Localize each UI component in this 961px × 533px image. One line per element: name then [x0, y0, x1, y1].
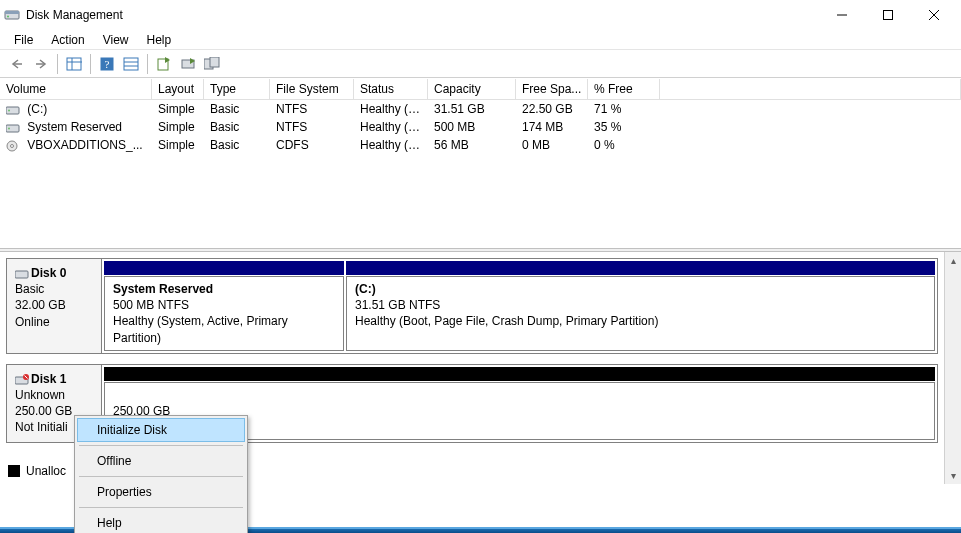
volume-free: 22.50 GB — [516, 101, 588, 117]
toolbar-separator — [57, 54, 58, 74]
partition-header-strip — [346, 261, 935, 275]
maximize-button[interactable] — [865, 0, 911, 30]
col-pctfree[interactable]: % Free — [588, 79, 660, 100]
col-layout[interactable]: Layout — [152, 79, 204, 100]
help-button[interactable]: ? — [96, 53, 118, 75]
disk-name: Disk 0 — [31, 266, 66, 280]
ctx-separator — [79, 445, 243, 446]
view-button[interactable] — [201, 53, 223, 75]
volume-fs: CDFS — [270, 137, 354, 153]
col-spacer — [660, 79, 961, 100]
volume-list: Volume Layout Type File System Status Ca… — [0, 78, 961, 248]
disc-icon — [6, 140, 20, 152]
volume-capacity: 31.51 GB — [428, 101, 516, 117]
col-status[interactable]: Status — [354, 79, 428, 100]
window-title: Disk Management — [26, 8, 819, 22]
ctx-separator — [79, 476, 243, 477]
col-type[interactable]: Type — [204, 79, 270, 100]
menu-file[interactable]: File — [6, 31, 41, 49]
ctx-separator — [79, 507, 243, 508]
partition-header-strip — [104, 261, 344, 275]
partition[interactable]: System Reserved 500 MB NTFS Healthy (Sys… — [104, 276, 344, 351]
volume-capacity: 56 MB — [428, 137, 516, 153]
col-freespace[interactable]: Free Spa... — [516, 79, 588, 100]
ctx-initialize-disk[interactable]: Initialize Disk — [77, 418, 245, 442]
volume-layout: Simple — [152, 137, 204, 153]
partition-size: 500 MB NTFS — [113, 298, 189, 312]
scroll-down-button[interactable]: ▾ — [945, 467, 961, 484]
titlebar: Disk Management — [0, 0, 961, 30]
menubar: File Action View Help — [0, 30, 961, 50]
context-menu: Initialize Disk Offline Properties Help — [74, 415, 248, 533]
volume-status: Healthy (B... — [354, 101, 428, 117]
disk-size: 32.00 GB — [15, 298, 66, 312]
drive-icon — [6, 122, 20, 134]
volume-status: Healthy (S... — [354, 119, 428, 135]
refresh-button[interactable] — [153, 53, 175, 75]
forward-button[interactable] — [30, 53, 52, 75]
disk-warning-icon — [15, 374, 29, 386]
legend-swatch-unallocated — [8, 465, 20, 477]
ctx-offline[interactable]: Offline — [77, 449, 245, 473]
menu-action[interactable]: Action — [43, 31, 92, 49]
app-icon — [4, 7, 20, 23]
close-button[interactable] — [911, 0, 957, 30]
partition-title: System Reserved — [113, 282, 213, 296]
svg-text:?: ? — [105, 58, 110, 70]
volume-type: Basic — [204, 137, 270, 153]
settings-button[interactable] — [120, 53, 142, 75]
menu-view[interactable]: View — [95, 31, 137, 49]
menu-help[interactable]: Help — [139, 31, 180, 49]
window-controls — [819, 0, 957, 30]
svg-point-2 — [7, 16, 9, 18]
partition[interactable]: (C:) 31.51 GB NTFS Healthy (Boot, Page F… — [346, 276, 935, 351]
partition-header-strip — [104, 367, 935, 381]
disk-row[interactable]: Disk 0 Basic 32.00 GB Online System Rese… — [6, 258, 938, 354]
disk-size: 250.00 GB — [15, 404, 72, 418]
minimize-button[interactable] — [819, 0, 865, 30]
disk-partition-area: System Reserved 500 MB NTFS Healthy (Sys… — [102, 259, 938, 354]
ctx-help[interactable]: Help — [77, 511, 245, 533]
volume-layout: Simple — [152, 101, 204, 117]
toolbar-separator — [90, 54, 91, 74]
legend-label: Unalloc — [26, 464, 66, 478]
volume-fs: NTFS — [270, 119, 354, 135]
legend: Unalloc — [8, 464, 66, 478]
svg-rect-25 — [15, 271, 28, 278]
volume-row[interactable]: VBOXADDITIONS_... Simple Basic CDFS Heal… — [0, 136, 961, 154]
volume-row[interactable]: System Reserved Simple Basic NTFS Health… — [0, 118, 961, 136]
volume-layout: Simple — [152, 119, 204, 135]
volume-row[interactable]: (C:) Simple Basic NTFS Healthy (B... 31.… — [0, 100, 961, 118]
rescan-button[interactable] — [177, 53, 199, 75]
volume-type: Basic — [204, 101, 270, 117]
disk-icon — [15, 268, 29, 280]
drive-icon — [6, 104, 20, 116]
show-hide-tree-button[interactable] — [63, 53, 85, 75]
back-button[interactable] — [6, 53, 28, 75]
disk-status: Online — [15, 315, 50, 329]
volume-type: Basic — [204, 119, 270, 135]
col-capacity[interactable]: Capacity — [428, 79, 516, 100]
scroll-track[interactable] — [945, 269, 961, 467]
volume-pct: 0 % — [588, 137, 660, 153]
svg-rect-12 — [124, 58, 138, 70]
toolbar: ? — [0, 50, 961, 78]
col-filesystem[interactable]: File System — [270, 79, 354, 100]
svg-rect-21 — [6, 125, 19, 132]
volume-name: System Reserved — [27, 120, 122, 134]
svg-point-20 — [8, 109, 10, 111]
disk-name: Disk 1 — [31, 372, 66, 386]
vertical-scrollbar[interactable]: ▴ ▾ — [944, 252, 961, 484]
volume-pct: 35 % — [588, 119, 660, 135]
scroll-up-button[interactable]: ▴ — [945, 252, 961, 269]
col-volume[interactable]: Volume — [0, 79, 152, 100]
svg-point-22 — [8, 127, 10, 129]
disk-label[interactable]: Disk 0 Basic 32.00 GB Online — [6, 259, 102, 354]
partition-title: (C:) — [355, 282, 376, 296]
volume-pct: 71 % — [588, 101, 660, 117]
svg-rect-19 — [6, 107, 19, 114]
disk-status: Not Initiali — [15, 420, 68, 434]
svg-rect-1 — [5, 11, 19, 14]
ctx-properties[interactable]: Properties — [77, 480, 245, 504]
svg-rect-4 — [884, 11, 893, 20]
